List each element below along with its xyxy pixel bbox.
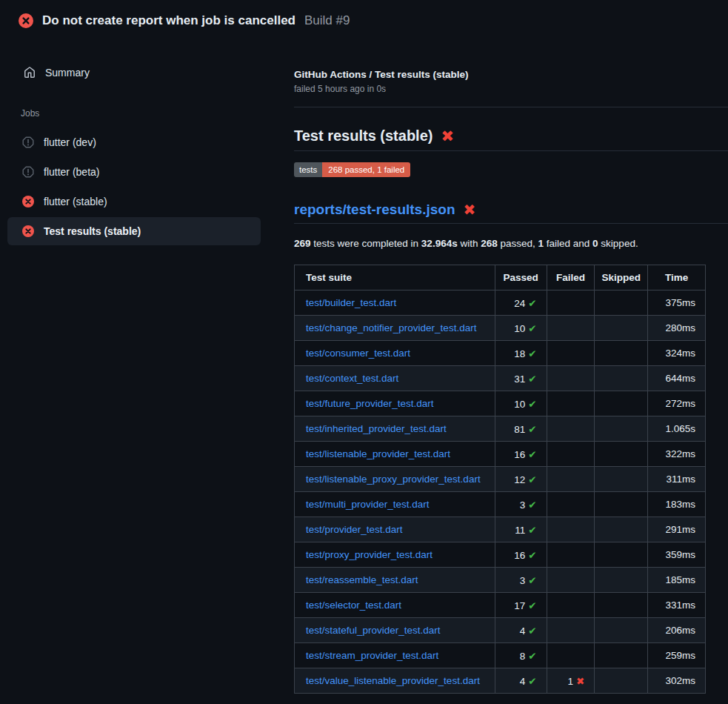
test-suite-link[interactable]: test/value_listenable_provider_test.dart	[306, 675, 480, 686]
jobs-section-label: Jobs	[21, 108, 281, 119]
table-row: test/consumer_test.dart 18✔ 324ms	[295, 341, 706, 366]
test-suite-link[interactable]: test/selector_test.dart	[306, 600, 401, 611]
check-icon: ✔	[528, 651, 536, 662]
time-cell: 185ms	[648, 568, 706, 593]
skipped-cell	[595, 593, 648, 618]
check-icon: ✔	[528, 676, 536, 687]
alert-octagon-icon	[22, 136, 34, 148]
check-icon: ✔	[528, 525, 536, 536]
table-row: test/selector_test.dart 17✔ 331ms	[295, 593, 706, 618]
failed-cell	[547, 366, 595, 391]
table-row: test/value_listenable_provider_test.dart…	[295, 668, 706, 694]
time-cell: 311ms	[648, 467, 706, 492]
failed-cell	[547, 492, 595, 517]
test-suite-link[interactable]: test/proxy_provider_test.dart	[306, 549, 433, 560]
check-icon: ✔	[528, 298, 536, 309]
time-cell: 359ms	[648, 542, 706, 568]
alert-octagon-icon	[22, 166, 34, 178]
check-icon: ✔	[528, 625, 536, 637]
sidebar: Summary Jobs flutter (dev) flutter (beta…	[0, 52, 281, 247]
x-circle-icon	[22, 225, 34, 237]
failed-cell	[547, 416, 595, 442]
sidebar-job-item[interactable]: flutter (dev)	[7, 128, 261, 156]
time-cell: 183ms	[648, 492, 706, 517]
skipped-cell	[595, 668, 648, 694]
test-suite-link[interactable]: test/consumer_test.dart	[306, 348, 410, 359]
sidebar-job-item[interactable]: flutter (stable)	[7, 187, 261, 216]
run-meta: failed 5 hours ago in 0s	[294, 84, 728, 94]
time-cell: 272ms	[648, 391, 706, 416]
failed-cell	[547, 618, 595, 643]
failed-cell: 1✖	[547, 668, 595, 694]
passed-cell: 10✔	[495, 316, 547, 341]
passed-cell: 31✔	[495, 366, 547, 391]
sidebar-job-item[interactable]: flutter (beta)	[7, 158, 261, 186]
badge-value: 268 passed, 1 failed	[322, 162, 410, 177]
failed-cell	[547, 593, 595, 618]
breadcrumb: GitHub Actions / Test results (stable)	[294, 69, 728, 81]
section-heading: Test results (stable) ✖	[294, 126, 728, 145]
sidebar-job-item[interactable]: Test results (stable)	[7, 217, 261, 245]
failed-cell	[547, 517, 595, 542]
passed-cell: 18✔	[495, 341, 547, 366]
tests-badge: tests 268 passed, 1 failed	[294, 162, 410, 177]
table-row: test/change_notifier_provider_test.dart …	[295, 316, 706, 341]
check-icon: ✔	[528, 550, 536, 561]
failed-x-icon: ✖	[441, 128, 454, 144]
test-suite-link[interactable]: test/reassemble_test.dart	[306, 574, 418, 585]
test-suite-link[interactable]: test/inherited_provider_test.dart	[306, 423, 447, 434]
skipped-cell	[595, 618, 648, 643]
passed-cell: 8✔	[495, 643, 547, 668]
passed-cell: 11✔	[495, 517, 547, 542]
table-row: test/stream_provider_test.dart 8✔ 259ms	[295, 643, 706, 668]
test-suite-link[interactable]: test/multi_provider_test.dart	[306, 499, 430, 510]
report-heading: reports/test-results.json ✖	[294, 201, 728, 219]
check-icon: ✔	[528, 600, 536, 611]
passed-cell: 81✔	[495, 416, 547, 442]
skipped-cell	[595, 568, 648, 593]
sidebar-item-summary[interactable]: Summary	[7, 59, 261, 86]
test-suite-link[interactable]: test/future_provider_test.dart	[306, 398, 434, 409]
test-suite-link[interactable]: test/listenable_proxy_provider_test.dart	[306, 474, 481, 485]
table-row: test/inherited_provider_test.dart 81✔ 1.…	[295, 416, 706, 442]
failed-cell	[547, 290, 595, 316]
job-label: Test results (stable)	[44, 225, 141, 237]
skipped-cell	[595, 391, 648, 416]
test-suite-link[interactable]: test/context_test.dart	[306, 373, 398, 384]
x-icon: ✖	[576, 676, 584, 687]
test-suite-link[interactable]: test/builder_test.dart	[306, 297, 396, 308]
job-label: flutter (stable)	[44, 196, 107, 207]
passed-cell: 17✔	[495, 593, 547, 618]
table-header-row: Test suite Passed Failed Skipped Time	[295, 265, 706, 290]
x-circle-icon	[19, 13, 33, 28]
test-suite-link[interactable]: test/stream_provider_test.dart	[306, 650, 438, 661]
col-header-test-suite: Test suite	[295, 265, 495, 290]
check-icon: ✔	[528, 499, 536, 511]
time-cell: 324ms	[648, 341, 706, 366]
col-header-passed: Passed	[495, 265, 547, 290]
time-cell: 206ms	[648, 618, 706, 643]
skipped-cell	[595, 290, 648, 316]
check-icon: ✔	[528, 575, 536, 586]
x-circle-icon	[22, 196, 34, 207]
check-icon: ✔	[528, 373, 536, 385]
failed-cell	[547, 341, 595, 366]
time-cell: 302ms	[648, 668, 706, 694]
time-cell: 259ms	[648, 643, 706, 668]
passed-cell: 12✔	[495, 467, 547, 492]
job-label: flutter (dev)	[44, 136, 96, 148]
time-cell: 280ms	[648, 316, 706, 341]
passed-cell: 3✔	[495, 492, 547, 517]
table-row: test/listenable_proxy_provider_test.dart…	[295, 467, 706, 492]
test-suite-link[interactable]: test/change_notifier_provider_test.dart	[306, 322, 476, 333]
failed-cell	[547, 442, 595, 467]
table-row: test/stateful_provider_test.dart 4✔ 206m…	[295, 618, 706, 643]
table-row: test/context_test.dart 31✔ 644ms	[295, 366, 706, 391]
test-suite-link[interactable]: test/listenable_provider_test.dart	[306, 448, 450, 459]
test-suite-link[interactable]: test/stateful_provider_test.dart	[306, 625, 441, 636]
failed-cell	[547, 316, 595, 341]
report-file-link[interactable]: reports/test-results.json	[294, 201, 455, 219]
check-icon: ✔	[528, 424, 536, 435]
skipped-cell	[595, 316, 648, 341]
test-suite-link[interactable]: test/provider_test.dart	[306, 524, 403, 535]
